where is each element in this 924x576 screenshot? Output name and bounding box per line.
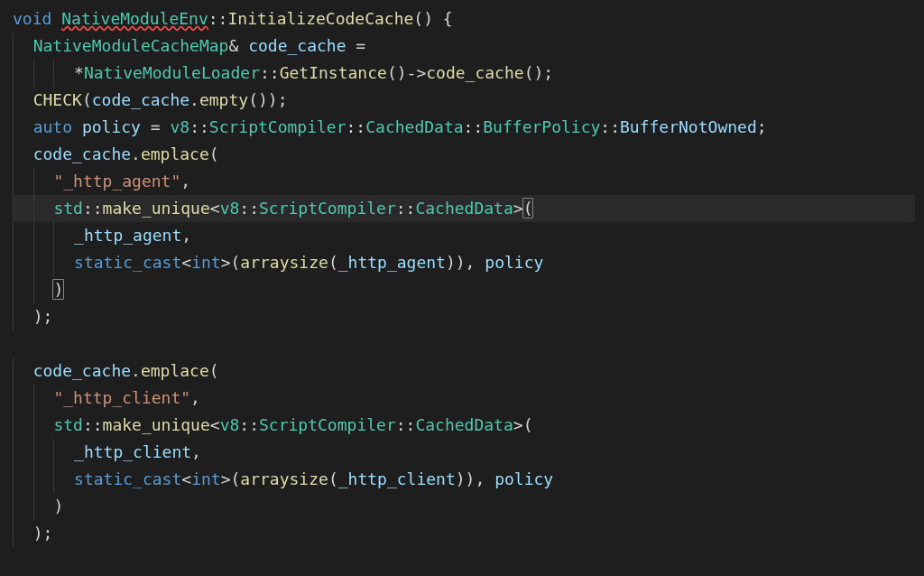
code-line[interactable]: code_cache.emplace( (13, 358, 915, 385)
code-token: emplace (141, 144, 209, 163)
code-token: ( (209, 361, 219, 380)
code-token: ( (82, 90, 92, 109)
code-line[interactable]: ) (13, 493, 915, 520)
code-token: CachedData (365, 117, 463, 136)
code-token: make_unique (103, 415, 210, 434)
code-line[interactable]: void NativeModuleEnv::InitializeCodeCach… (13, 5, 915, 33)
indent-guide (53, 439, 74, 466)
code-line[interactable]: static_cast<int>(arraysize(_http_client)… (13, 466, 915, 493)
indent-guide (13, 141, 33, 168)
code-token: BufferNotOwned (620, 117, 757, 136)
code-line[interactable]: NativeModuleCacheMap& code_cache = (13, 33, 915, 60)
indent-guide (33, 385, 54, 412)
code-line[interactable]: "_http_client", (13, 385, 915, 412)
code-token: arraysize (240, 253, 328, 272)
code-token: void (13, 9, 51, 28)
indent-guide (13, 33, 33, 60)
indent-guide (33, 168, 54, 195)
code-line[interactable]: auto policy = v8::ScriptCompiler::Cached… (13, 114, 915, 141)
code-line[interactable]: _http_agent, (13, 222, 915, 249)
code-line[interactable]: ); (13, 520, 915, 547)
code-line[interactable]: CHECK(code_cache.empty()); (13, 87, 915, 114)
indent-guide (13, 168, 33, 195)
code-token: )), (446, 253, 485, 272)
code-token: CHECK (33, 90, 82, 109)
code-token: , (191, 442, 201, 461)
code-token: ()); (248, 90, 287, 109)
indent-guide (13, 303, 33, 330)
code-token: CachedData (415, 199, 513, 218)
code-token: NativeModuleEnv (61, 9, 208, 28)
code-token: :: (208, 9, 228, 28)
code-token: CachedData (415, 415, 513, 434)
indent-guide (13, 222, 33, 249)
code-token: >( (221, 469, 241, 488)
code-line[interactable]: std::make_unique<v8::ScriptCompiler::Cac… (13, 412, 915, 439)
indent-guide (13, 249, 33, 276)
code-token: ()-> (387, 63, 426, 82)
indent-guide (13, 520, 33, 547)
indent-guide (13, 412, 33, 439)
code-token: > (513, 199, 523, 218)
code-token: :: (189, 117, 209, 136)
indent-guide (13, 466, 33, 493)
code-line[interactable]: "_http_agent", (13, 168, 915, 195)
indent-guide (13, 114, 33, 141)
code-token: _http_agent (74, 226, 181, 245)
code-token: v8 (220, 415, 240, 434)
code-token: ScriptCompiler (209, 117, 346, 136)
indent-guide (33, 276, 54, 303)
code-line[interactable]: ); (13, 303, 915, 330)
code-token: = (141, 117, 171, 136)
indent-guide (33, 466, 54, 493)
code-token: _http_client (338, 469, 456, 488)
code-token: ); (33, 524, 53, 543)
code-token: :: (346, 117, 366, 136)
code-line[interactable]: _http_client, (13, 439, 915, 466)
code-editor[interactable]: void NativeModuleEnv::InitializeCodeCach… (0, 0, 924, 553)
code-token: NativeModuleCacheMap (33, 36, 229, 55)
code-token: ; (757, 117, 767, 136)
code-token: :: (239, 415, 259, 434)
indent-guide (53, 466, 74, 493)
code-token: BufferPolicy (483, 117, 600, 136)
indent-guide (33, 439, 54, 466)
code-token: ( (328, 253, 338, 272)
code-token: < (210, 415, 220, 434)
code-token: code_cache (33, 361, 131, 380)
code-line[interactable] (13, 330, 915, 358)
code-token: static_cast (74, 469, 181, 488)
code-token: policy (82, 117, 141, 136)
code-token: , (181, 226, 191, 245)
code-token: < (181, 469, 191, 488)
indent-guide (33, 195, 54, 222)
code-line[interactable]: static_cast<int>(arraysize(_http_agent))… (13, 249, 915, 276)
code-token: "_http_client" (53, 388, 190, 407)
code-token: >( (221, 253, 241, 272)
code-token: & (228, 36, 248, 55)
code-token: static_cast (74, 253, 181, 272)
code-token: policy (485, 253, 543, 272)
code-token: ) (52, 279, 64, 300)
code-line[interactable]: ) (13, 276, 915, 303)
code-token: :: (396, 199, 416, 218)
indent-guide (13, 439, 33, 466)
code-token: make_unique (103, 199, 210, 218)
code-line[interactable]: *NativeModuleLoader::GetInstance()->code… (13, 60, 915, 87)
code-token: emplace (141, 361, 209, 380)
code-token: _http_agent (338, 253, 446, 272)
code-token: ( (209, 144, 219, 163)
code-token: _http_client (74, 442, 191, 461)
code-token (72, 117, 82, 136)
code-line[interactable]: std::make_unique<v8::ScriptCompiler::Cac… (13, 195, 915, 222)
code-token: arraysize (240, 469, 328, 488)
code-token: auto (33, 117, 72, 136)
code-token: ( (522, 198, 534, 218)
code-token: >( (513, 415, 533, 434)
code-token: ScriptCompiler (259, 199, 396, 218)
code-token: code_cache (92, 90, 189, 109)
code-token: . (131, 361, 141, 380)
code-line[interactable]: code_cache.emplace( (13, 141, 915, 168)
indent-guide (13, 358, 33, 385)
indent-guide (33, 222, 54, 249)
